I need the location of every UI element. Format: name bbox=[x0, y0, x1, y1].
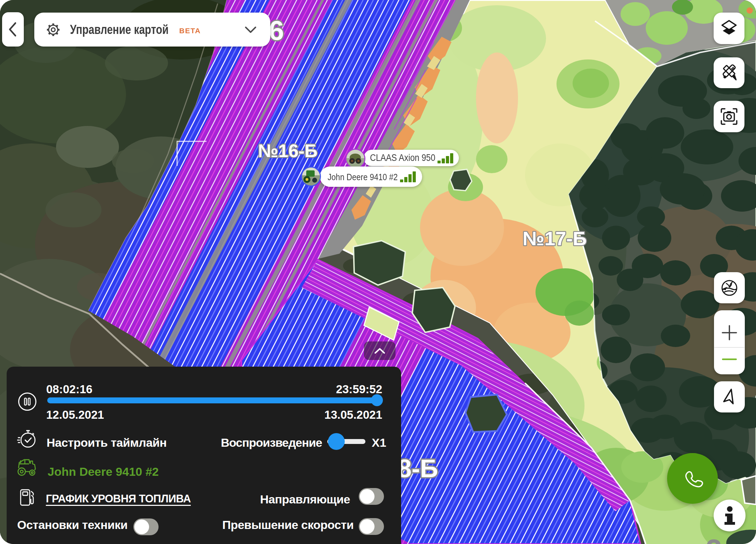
svg-text:2: 2 bbox=[706, 533, 722, 544]
svg-text:№17-Б: №17-Б bbox=[523, 227, 587, 249]
svg-text:6: 6 bbox=[269, 15, 284, 46]
svg-text:№16-Б: №16-Б bbox=[258, 141, 318, 161]
svg-text:8-Б: 8-Б bbox=[398, 454, 438, 482]
